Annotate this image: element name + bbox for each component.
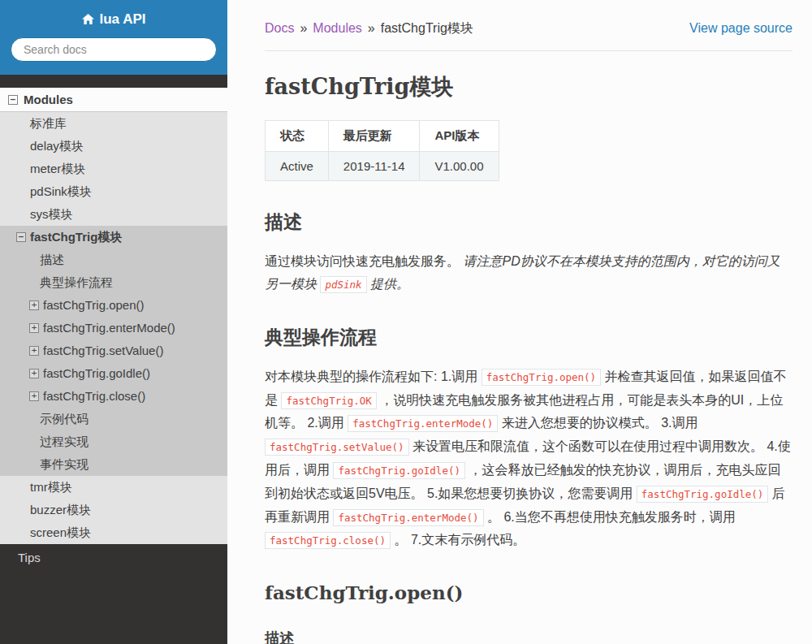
section-heading: fastChgTrig.open() [265, 581, 793, 605]
search-box [10, 37, 218, 62]
inline-code: fastChgTrig.enterMode() [333, 509, 483, 526]
sidebar-header: lua API [0, 0, 227, 75]
sidebar-item-tmr-[interactable]: tmr模块 [0, 476, 227, 499]
sidebar-item-fastchgtrig-close-[interactable]: +fastChgTrig.close() [0, 385, 227, 408]
sidebar-nav: − Modules 标准库delay模块meter模块pdSink模块sys模块… [0, 88, 227, 571]
sidebar-item-screen-[interactable]: screen模块 [0, 521, 227, 544]
expand-icon[interactable]: + [29, 346, 39, 356]
sidebar-item--[interactable]: 事件实现 [0, 453, 227, 476]
sidebar: lua API − Modules 标准库delay模块meter模块pdSin… [0, 0, 227, 644]
inline-code: fastChgTrig.goIdle() [333, 462, 465, 479]
sidebar-item-label: 过程实现 [40, 435, 89, 448]
sidebar-item-label: screen模块 [30, 526, 91, 539]
sidebar-item-label: Modules [24, 93, 73, 106]
breadcrumb-current: fastChgTrig模块 [381, 21, 473, 35]
sidebar-item-buzzer-[interactable]: buzzer模块 [0, 499, 227, 521]
sidebar-item-fastchgtrig-open-[interactable]: +fastChgTrig.open() [0, 294, 227, 317]
project-home-link[interactable]: lua API [82, 11, 146, 28]
text-run: 通过模块访问快速充电触发服务。 [265, 254, 463, 268]
sidebar-item-label: fastChgTrig.goIdle() [43, 367, 150, 380]
inline-code: fastChgTrig.OK [281, 392, 376, 409]
table-row: Active2019-11-14V1.00.00 [266, 151, 499, 180]
inline-code: fastChgTrig.goIdle() [637, 486, 769, 503]
home-icon [82, 14, 94, 25]
table-cell: 2019-11-14 [328, 151, 420, 180]
inline-code: fastChgTrig.close() [265, 532, 391, 549]
sidebar-item-label: 典型操作流程 [40, 276, 113, 289]
table-cell: Active [266, 151, 329, 180]
divider [265, 50, 793, 51]
sidebar-item-label: fastChgTrig.close() [43, 390, 145, 403]
document-body: 描述通过模块访问快速充电触发服务。 请注意PD协议不在本模块支持的范围内，对它的… [265, 210, 793, 644]
expand-icon[interactable]: + [29, 369, 39, 378]
sidebar-nav-items: 标准库delay模块meter模块pdSink模块sys模块−fastChgTr… [0, 112, 227, 544]
paragraph: 通过模块访问快速充电触发服务。 请注意PD协议不在本模块支持的范围内，对它的访问… [265, 250, 793, 297]
sidebar-item-label: tmr模块 [30, 481, 72, 494]
emphasized-text: 提供。 [367, 277, 409, 291]
breadcrumb-link-docs[interactable]: Docs [265, 21, 294, 35]
sidebar-item--[interactable]: 示例代码 [0, 408, 227, 430]
project-title: lua API [100, 11, 146, 28]
text-run: 。 6.当您不再想使用快充触发服务时，调用 [484, 510, 736, 524]
sidebar-item--[interactable]: 典型操作流程 [0, 271, 227, 294]
sidebar-item-label: fastChgTrig模块 [30, 231, 122, 244]
inline-code: fastChgTrig.open() [482, 369, 601, 386]
collapse-icon[interactable]: − [16, 232, 26, 242]
sidebar-item-label: 标准库 [30, 117, 67, 130]
sidebar-item-label: 描述 [40, 253, 64, 266]
sidebar-item-sys-[interactable]: sys模块 [0, 203, 227, 226]
sidebar-item--[interactable]: 过程实现 [0, 430, 227, 453]
inline-code: pdSink [320, 276, 366, 293]
view-page-source-link[interactable]: View page source [689, 20, 793, 37]
breadcrumb-bar: Docs»Modules»fastChgTrig模块 View page sou… [265, 20, 793, 37]
text-run: 对本模块典型的操作流程如下: 1.调用 [265, 370, 482, 383]
sidebar-item--[interactable]: 标准库 [0, 112, 227, 135]
collapse-icon[interactable]: − [8, 95, 18, 105]
breadcrumb: Docs»Modules»fastChgTrig模块 [265, 20, 473, 37]
table-cell: V1.00.00 [420, 151, 499, 180]
expand-icon[interactable]: + [29, 300, 39, 310]
sidebar-item-label: fastChgTrig.enterMode() [43, 322, 175, 335]
sidebar-item-meter-[interactable]: meter模块 [0, 158, 227, 180]
table-header-row: 状态最后更新API版本 [266, 120, 499, 151]
app-window: lua API − Modules 标准库delay模块meter模块pdSin… [0, 0, 812, 644]
sidebar-item-label: 事件实现 [40, 458, 89, 471]
sidebar-item-label: fastChgTrig.setValue() [43, 344, 163, 357]
sidebar-item-label: sys模块 [30, 208, 73, 221]
sidebar-item-fastchgtrig-[interactable]: −fastChgTrig模块 [0, 226, 227, 249]
breadcrumb-separator: » [368, 21, 375, 35]
table-header-cell: 最后更新 [328, 120, 420, 151]
section-heading: 描述 [265, 210, 793, 234]
expand-icon[interactable]: + [29, 391, 39, 401]
sidebar-item-label: 示例代码 [40, 413, 89, 426]
sidebar-item-modules[interactable]: − Modules [0, 88, 227, 112]
sidebar-item-label: meter模块 [30, 162, 85, 175]
breadcrumb-link-modules[interactable]: Modules [313, 21, 361, 35]
sidebar-item-fastchgtrig-goidle-[interactable]: +fastChgTrig.goIdle() [0, 362, 227, 385]
text-run: 来进入您想要的协议模式。 3.调用 [498, 416, 698, 430]
sidebar-item-pdsink-[interactable]: pdSink模块 [0, 180, 227, 203]
section-heading: 典型操作流程 [265, 326, 793, 349]
info-table: 状态最后更新API版本Active2019-11-14V1.00.00 [265, 120, 499, 181]
expand-icon[interactable]: + [29, 323, 39, 333]
search-input[interactable] [11, 37, 217, 62]
page-title: fastChgTrig模块 [265, 73, 793, 101]
inline-code: fastChgTrig.enterMode() [348, 415, 498, 432]
table-header-cell: 状态 [266, 120, 329, 151]
breadcrumb-separator: » [300, 21, 307, 35]
sidebar-item-label: fastChgTrig.open() [43, 299, 145, 312]
sidebar-item-delay-[interactable]: delay模块 [0, 135, 227, 158]
inline-code: fastChgTrig.setValue() [265, 439, 409, 456]
main-content: Docs»Modules»fastChgTrig模块 View page sou… [227, 0, 812, 644]
section-heading: 描述 [265, 629, 793, 644]
sidebar-item-fastchgtrig-entermode-[interactable]: +fastChgTrig.enterMode() [0, 317, 227, 339]
paragraph: 对本模块典型的操作流程如下: 1.调用 fastChgTrig.open() 并… [265, 365, 793, 552]
sidebar-item-label: pdSink模块 [30, 185, 92, 198]
text-run: 。 7.文末有示例代码。 [391, 533, 525, 547]
sidebar-item-label: buzzer模块 [30, 504, 91, 516]
sidebar-item-fastchgtrig-setvalue-[interactable]: +fastChgTrig.setValue() [0, 339, 227, 362]
sidebar-item-label: delay模块 [30, 140, 84, 153]
sidebar-item-tips[interactable]: Tips [0, 544, 227, 571]
sidebar-item--[interactable]: 描述 [0, 249, 227, 271]
table-header-cell: API版本 [420, 120, 499, 151]
